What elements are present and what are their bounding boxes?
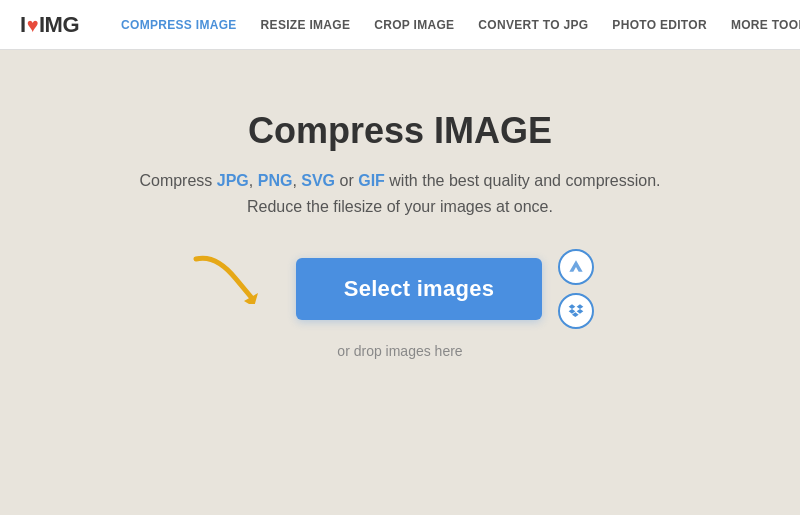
select-images-button[interactable]: Select images [296, 258, 543, 320]
google-drive-icon [568, 259, 584, 275]
page-title: Compress IMAGE [248, 110, 552, 152]
arrow-container [206, 259, 286, 319]
navbar: I♥IMG COMPRESS IMAGE RESIZE IMAGE CROP I… [0, 0, 800, 50]
logo-text: I♥IMG [20, 12, 79, 38]
logo[interactable]: I♥IMG [20, 12, 79, 38]
main-content: Compress IMAGE Compress JPG, PNG, SVG or… [0, 50, 800, 359]
dropbox-icon [568, 303, 584, 319]
nav-more-tools[interactable]: MORE TOOLS ▾ [719, 0, 800, 50]
side-icons [558, 249, 594, 329]
dropbox-icon-button[interactable] [558, 293, 594, 329]
google-drive-icon-button[interactable] [558, 249, 594, 285]
logo-heart-icon: ♥ [27, 14, 38, 36]
nav-links: COMPRESS IMAGE RESIZE IMAGE CROP IMAGE C… [109, 0, 800, 50]
page-description: Compress JPG, PNG, SVG or GIF with the b… [139, 168, 660, 219]
nav-convert-to-jpg[interactable]: CONVERT TO JPG [466, 0, 600, 50]
upload-area: Select images [206, 249, 595, 329]
nav-compress-image[interactable]: COMPRESS IMAGE [109, 0, 249, 50]
nav-resize-image[interactable]: RESIZE IMAGE [249, 0, 363, 50]
drop-text: or drop images here [337, 343, 462, 359]
arrow-icon [186, 249, 276, 304]
nav-photo-editor[interactable]: PHOTO EDITOR [600, 0, 719, 50]
nav-crop-image[interactable]: CROP IMAGE [362, 0, 466, 50]
